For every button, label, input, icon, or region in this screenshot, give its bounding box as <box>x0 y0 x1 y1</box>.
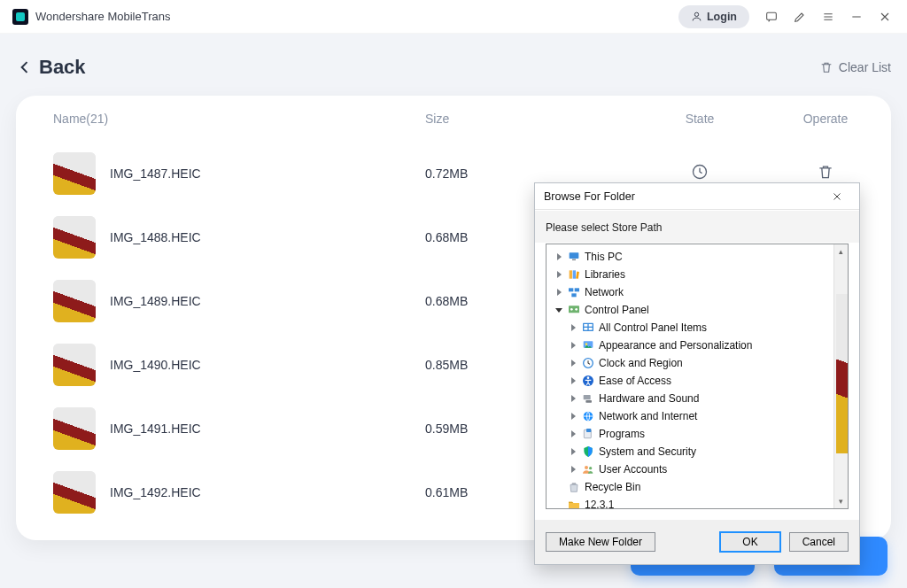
scroll-thumb[interactable] <box>836 294 849 453</box>
file-name: IMG_1489.HEIC <box>110 294 201 308</box>
clear-list-label: Clear List <box>839 60 891 74</box>
back-label: Back <box>39 56 86 79</box>
tree-node-label: All Control Panel Items <box>599 321 707 334</box>
edit-icon[interactable] <box>790 7 810 27</box>
tree-node-label: Hardware and Sound <box>599 392 699 405</box>
tree-scrollbar[interactable]: ▴ ▾ <box>833 244 848 508</box>
network-icon <box>567 285 581 299</box>
disclosure-toggle[interactable] <box>568 393 578 404</box>
login-button[interactable]: Login <box>678 5 749 28</box>
tree-node[interactable]: Recycle Bin <box>548 478 846 496</box>
file-name: IMG_1487.HEIC <box>110 166 201 181</box>
tree-node-label: User Accounts <box>599 463 667 476</box>
svg-point-35 <box>589 467 592 469</box>
cancel-button[interactable]: Cancel <box>789 532 849 552</box>
col-operate: Operate <box>797 112 854 126</box>
tree-node[interactable]: Programs <box>548 425 846 443</box>
browse-folder-dialog: Browse For Folder Please select Store Pa… <box>534 182 860 565</box>
disclosure-toggle[interactable] <box>554 251 564 262</box>
tree-node-label: System and Security <box>599 445 696 458</box>
svg-point-28 <box>587 376 590 379</box>
tree-node[interactable]: Ease of Access <box>548 372 846 390</box>
disclosure-toggle[interactable] <box>568 322 578 333</box>
ok-button[interactable]: OK <box>720 532 779 552</box>
disclosure-toggle[interactable] <box>554 269 564 280</box>
workspace: Back Clear List Name(21) Size State Oper… <box>0 34 907 588</box>
tree-node-label: Ease of Access <box>599 375 671 387</box>
disclosure-toggle[interactable] <box>554 305 564 315</box>
tree-node[interactable]: Hardware and Sound <box>548 390 846 407</box>
menu-icon[interactable] <box>818 7 838 27</box>
tree-node[interactable]: 12.3.1 <box>548 496 846 508</box>
folder-icon <box>567 498 581 508</box>
trash-icon <box>819 60 833 74</box>
scroll-down-arrow[interactable]: ▾ <box>834 494 848 508</box>
ease-icon <box>581 374 595 388</box>
disclosure-toggle[interactable] <box>568 411 578 422</box>
tree-node[interactable]: System and Security <box>548 443 846 460</box>
file-size: 0.72MB <box>425 166 602 181</box>
close-icon <box>832 191 842 202</box>
tree-node[interactable]: Network and Internet <box>548 407 846 425</box>
delete-row-button[interactable] <box>817 163 834 181</box>
dialog-titlebar[interactable]: Browse For Folder <box>535 183 859 210</box>
col-name: Name(21) <box>53 112 425 126</box>
svg-rect-22 <box>584 328 587 330</box>
tree-node-label: 12.3.1 <box>585 499 614 508</box>
clear-list-button[interactable]: Clear List <box>819 60 891 74</box>
col-size: Size <box>425 112 602 126</box>
svg-rect-12 <box>576 272 579 279</box>
disclosure-toggle[interactable] <box>554 287 564 298</box>
disclosure-toggle[interactable] <box>568 375 578 386</box>
tree-node[interactable]: User Accounts <box>548 460 846 478</box>
svg-rect-9 <box>572 259 576 260</box>
file-thumbnail <box>53 152 96 195</box>
back-button[interactable]: Back <box>16 56 86 79</box>
security-icon <box>581 445 595 459</box>
svg-point-18 <box>575 308 578 311</box>
disclosure-toggle[interactable] <box>568 464 578 475</box>
tree-node-label: Control Panel <box>585 304 649 316</box>
svg-point-17 <box>570 308 573 311</box>
tree-node[interactable]: Appearance and Personalization <box>548 337 846 354</box>
file-name: IMG_1491.HEIC <box>110 422 201 436</box>
tree-node[interactable]: This PC <box>548 248 846 266</box>
file-thumbnail <box>53 471 96 514</box>
tree-node[interactable]: Clock and Region <box>548 354 846 372</box>
feedback-icon[interactable] <box>762 7 781 27</box>
tree-node-label: Network and Internet <box>599 410 697 422</box>
col-state: State <box>602 112 797 126</box>
titlebar: Wondershare MobileTrans Login <box>0 0 907 34</box>
disclosure-toggle[interactable] <box>568 358 578 368</box>
svg-rect-29 <box>584 395 591 399</box>
tree-node-label: Clock and Region <box>599 357 683 369</box>
disclosure-toggle[interactable] <box>568 446 578 457</box>
close-window-button[interactable] <box>875 7 895 27</box>
control-icon <box>567 303 581 317</box>
disclosure-toggle[interactable] <box>568 429 578 439</box>
tree-node[interactable]: All Control Panel Items <box>548 319 846 337</box>
login-label: Login <box>707 11 737 23</box>
minimize-button[interactable] <box>847 7 866 27</box>
clock-icon <box>581 356 595 370</box>
hardware-icon <box>581 391 595 406</box>
list-header: Name(21) Size State Operate <box>16 96 891 142</box>
folder-tree: This PCLibrariesNetworkControl PanelAll … <box>546 244 849 509</box>
tree-node[interactable]: Network <box>548 283 846 301</box>
svg-point-25 <box>585 343 588 345</box>
file-thumbnail <box>53 407 96 450</box>
tree-node-label: Recycle Bin <box>585 481 640 493</box>
scroll-up-arrow[interactable]: ▴ <box>834 244 848 259</box>
svg-rect-10 <box>570 270 572 278</box>
make-new-folder-button[interactable]: Make New Folder <box>546 532 655 552</box>
tree-node[interactable]: Libraries <box>548 266 846 283</box>
file-name: IMG_1488.HEIC <box>110 230 201 244</box>
svg-rect-1 <box>767 12 777 19</box>
disclosure-toggle[interactable] <box>568 340 578 351</box>
app-icon <box>12 9 28 25</box>
svg-rect-20 <box>584 324 587 327</box>
tree-node[interactable]: Control Panel <box>548 301 846 319</box>
dialog-close-button[interactable] <box>822 187 852 206</box>
net-int-icon <box>581 409 595 423</box>
folder-tree-content[interactable]: This PCLibrariesNetworkControl PanelAll … <box>547 244 848 508</box>
